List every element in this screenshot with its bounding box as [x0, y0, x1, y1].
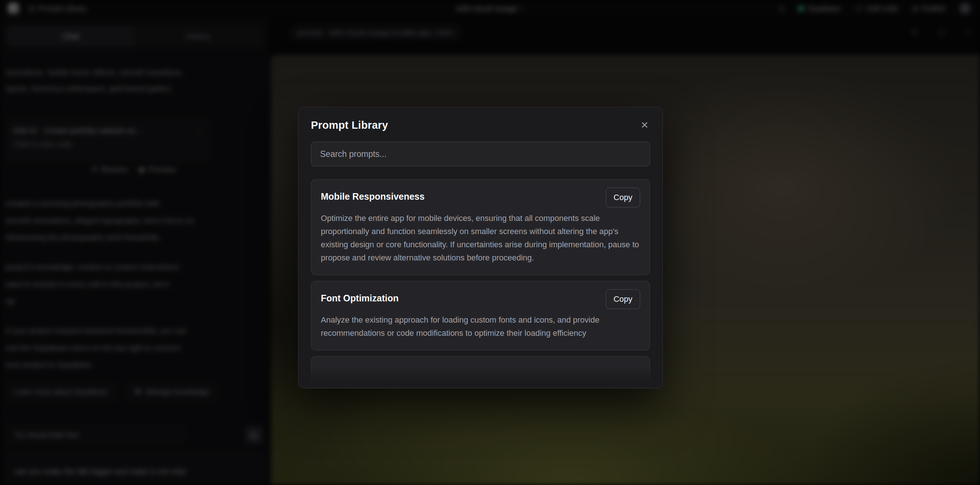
copy-button[interactable]: Copy: [606, 188, 640, 208]
prompt-card: Font Optimization Copy Analyze the exist…: [311, 281, 650, 350]
prompt-library-modal: Prompt Library ✕ Mobile Responsiveness C…: [298, 107, 663, 388]
prompt-card-title: Font Optimization: [321, 289, 398, 304]
app-screen: ▤ Prompt Library artfx-visual-voyage ▾ ◎…: [0, 0, 980, 485]
prompt-card: Mobile Responsiveness Copy Optimize the …: [311, 179, 650, 275]
prompt-card-title: Mobile Responsiveness: [321, 188, 425, 202]
modal-title: Prompt Library: [311, 119, 388, 131]
prompt-card-description: Analyze the existing approach for loadin…: [321, 314, 640, 340]
prompt-card-description: Optimize the entire app for mobile devic…: [321, 212, 640, 265]
copy-button[interactable]: Copy: [606, 289, 640, 309]
search-input[interactable]: [311, 141, 650, 166]
close-icon[interactable]: ✕: [639, 119, 650, 131]
prompt-card-partial: [311, 356, 650, 388]
